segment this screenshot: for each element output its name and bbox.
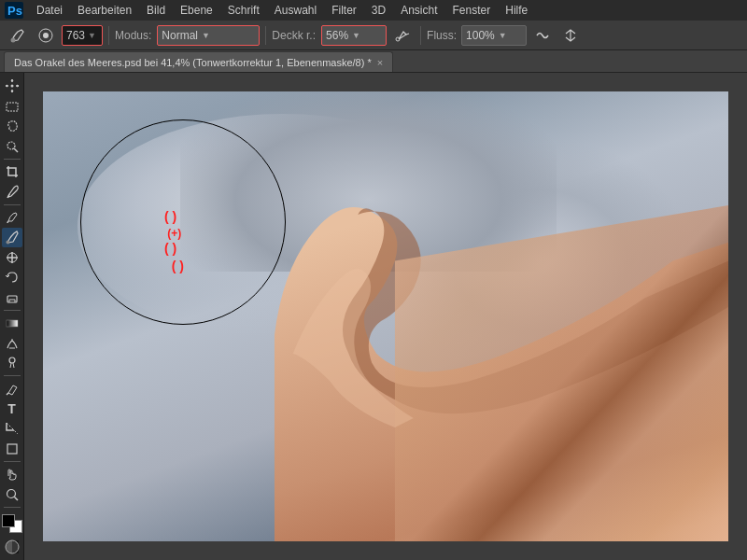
mode-value: Normal xyxy=(162,29,198,42)
lp-sep-6 xyxy=(4,507,21,508)
text-btn[interactable]: T xyxy=(2,399,22,418)
airbrush-icon[interactable] xyxy=(390,24,415,47)
lp-sep-3 xyxy=(4,310,21,311)
menu-ansicht[interactable]: Ansicht xyxy=(394,2,444,19)
tab-close-btn[interactable]: × xyxy=(377,57,383,68)
brush-size-value: 763 xyxy=(66,29,85,42)
clone-stamp-btn[interactable] xyxy=(2,248,22,267)
flow-select[interactable]: 100% ▼ xyxy=(461,25,527,46)
opacity-select[interactable]: 56% ▼ xyxy=(321,25,387,46)
menu-bar: Ps Datei Bearbeiten Bild Ebene Schrift A… xyxy=(0,0,747,21)
lasso-btn[interactable] xyxy=(2,117,22,135)
flow-box: Fluss: 100% ▼ xyxy=(427,25,527,46)
eyedropper-btn[interactable] xyxy=(2,182,22,201)
mode-arrow: ▼ xyxy=(202,31,210,40)
menu-schrift[interactable]: Schrift xyxy=(221,2,266,19)
dodge-btn[interactable] xyxy=(2,354,22,372)
svg-point-13 xyxy=(9,357,15,363)
rectangle-select-btn[interactable] xyxy=(2,96,22,115)
brush-size-box[interactable]: 763 ▼ xyxy=(62,25,103,46)
brush-tool-icon[interactable] xyxy=(6,24,30,47)
fg-bg-colors[interactable] xyxy=(2,514,22,533)
menu-filter[interactable]: Filter xyxy=(325,2,363,19)
flow-arrow: ▼ xyxy=(499,31,507,40)
brush-size-arrow: ▼ xyxy=(88,31,96,40)
lp-sep-2 xyxy=(4,204,21,205)
gradient-btn[interactable] xyxy=(2,314,22,332)
brush-preset-picker[interactable] xyxy=(34,24,58,47)
eraser-btn[interactable] xyxy=(2,288,22,307)
svg-rect-7 xyxy=(7,103,18,111)
lp-sep-4 xyxy=(4,375,21,376)
symmetry-icon[interactable] xyxy=(558,24,583,47)
svg-point-15 xyxy=(7,489,15,497)
doc-tab[interactable]: Das Orakel des Meeres.psd bei 41,4% (Ton… xyxy=(4,51,393,72)
menu-fenster[interactable]: Fenster xyxy=(446,2,498,19)
svg-point-4 xyxy=(43,33,49,38)
tab-title: Das Orakel des Meeres.psd bei 41,4% (Ton… xyxy=(14,57,372,68)
smoothing-icon[interactable] xyxy=(530,24,555,47)
lp-sep-1 xyxy=(4,159,21,160)
quick-select-btn[interactable] xyxy=(2,136,22,155)
svg-text:Ps: Ps xyxy=(7,4,22,18)
canvas-area[interactable]: ( ) (+) ( ) ( ) xyxy=(24,73,747,560)
svg-point-6 xyxy=(10,85,13,88)
svg-point-9 xyxy=(6,241,9,245)
menu-hilfe[interactable]: Hilfe xyxy=(499,2,534,19)
path-select-btn[interactable] xyxy=(2,419,22,438)
move-tool-btn[interactable] xyxy=(2,77,22,95)
crop-btn[interactable] xyxy=(2,162,22,181)
ps-logo: Ps xyxy=(4,2,24,19)
separator-2 xyxy=(265,26,266,45)
opacity-value: 56% xyxy=(326,29,348,42)
menu-auswahl[interactable]: Auswahl xyxy=(268,2,323,19)
mode-select[interactable]: Normal ▼ xyxy=(157,25,260,46)
left-tool-panel: T xyxy=(0,73,24,560)
pen-btn[interactable] xyxy=(2,379,22,398)
menu-3d[interactable]: 3D xyxy=(365,2,392,19)
opacity-label: Deckk r.: xyxy=(272,29,316,42)
separator-3 xyxy=(420,26,421,45)
photo-canvas: ( ) (+) ( ) ( ) xyxy=(43,91,728,541)
menu-bearbeiten[interactable]: Bearbeiten xyxy=(71,2,138,19)
svg-rect-14 xyxy=(7,444,17,454)
svg-point-8 xyxy=(7,142,15,149)
quick-mask-btn[interactable] xyxy=(2,537,22,555)
finger-shape xyxy=(43,91,728,541)
shape-btn[interactable] xyxy=(2,440,22,458)
history-brush-btn[interactable] xyxy=(2,268,22,287)
fg-color-square[interactable] xyxy=(2,514,15,527)
heal-btn[interactable] xyxy=(2,208,22,227)
zoom-btn[interactable] xyxy=(2,485,22,504)
opacity-arrow: ▼ xyxy=(352,31,360,40)
main-area: T xyxy=(0,73,747,560)
tab-bar: Das Orakel des Meeres.psd bei 41,4% (Ton… xyxy=(0,50,747,73)
flow-value: 100% xyxy=(466,29,495,42)
menu-ebene[interactable]: Ebene xyxy=(174,2,219,19)
separator-1 xyxy=(108,26,109,45)
brush-btn[interactable] xyxy=(2,228,22,246)
text-icon: T xyxy=(7,401,16,416)
blur-btn[interactable] xyxy=(2,333,22,352)
options-bar: 763 ▼ Modus: Normal ▼ Deckk r.: 56% ▼ Fl… xyxy=(0,21,747,50)
lp-sep-5 xyxy=(4,461,21,462)
svg-rect-17 xyxy=(12,540,19,553)
svg-point-2 xyxy=(11,37,16,42)
mode-label: Modus: xyxy=(115,29,151,42)
hand-btn[interactable] xyxy=(2,465,22,483)
menu-datei[interactable]: Datei xyxy=(30,2,69,19)
svg-rect-12 xyxy=(7,320,18,327)
flow-label: Fluss: xyxy=(427,29,457,42)
canvas-background: ( ) (+) ( ) ( ) xyxy=(43,91,728,541)
menu-bild[interactable]: Bild xyxy=(140,2,172,19)
